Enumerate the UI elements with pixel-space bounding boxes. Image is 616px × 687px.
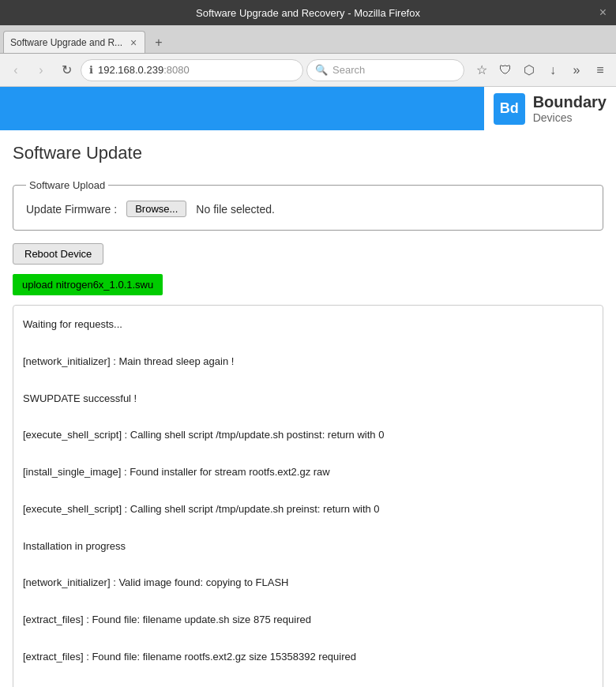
forward-button[interactable]: ›: [30, 59, 52, 81]
log-line: [23, 333, 593, 351]
page-content: Bd Boundary Devices Software Update Soft…: [0, 87, 616, 687]
upload-status: upload nitrogen6x_1.0.1.swu: [13, 274, 163, 295]
log-line: [23, 370, 593, 389]
log-line: [23, 407, 593, 426]
log-box: Waiting for requests... [network_initial…: [13, 305, 603, 687]
main-content: Software Update Software Upload Update F…: [0, 130, 616, 687]
search-box[interactable]: 🔍 Search: [306, 59, 464, 81]
log-line: Installation in progress: [23, 537, 593, 555]
download-icon[interactable]: ↓: [542, 59, 564, 81]
overflow-button[interactable]: »: [565, 59, 588, 81]
brand-bar: Bd Boundary Devices: [0, 87, 616, 130]
pocket-icon[interactable]: ⬡: [518, 59, 540, 81]
window-close-button[interactable]: ×: [599, 6, 607, 20]
log-line: [network_initializer] : Main thread slee…: [23, 352, 593, 370]
log-line: Waiting for requests...: [23, 315, 593, 333]
tab-label: Software Upgrade and R...: [10, 37, 122, 48]
brand-sub: Devices: [533, 111, 607, 125]
reboot-button[interactable]: Reboot Device: [13, 243, 103, 265]
url-text: 192.168.0.239:8080: [98, 64, 190, 76]
software-upload-fieldset: Software Upload Update Firmware : Browse…: [13, 179, 603, 231]
no-file-text: No file selected.: [196, 203, 275, 216]
log-line: [23, 555, 593, 573]
bd-icon: Bd: [494, 93, 525, 125]
log-line: [23, 482, 593, 500]
shield-icon[interactable]: 🛡: [494, 59, 516, 81]
log-line: SWUPDATE successful !: [23, 389, 593, 407]
window-title: Software Upgrade and Recovery - Mozilla …: [196, 7, 420, 19]
url-port: :8080: [163, 64, 190, 76]
firmware-label: Update Firmware :: [26, 203, 117, 216]
brand-logo: Bd Boundary Devices: [484, 87, 616, 130]
title-bar: Software Upgrade and Recovery - Mozilla …: [0, 0, 616, 25]
log-line: [23, 445, 593, 463]
log-line: [23, 592, 593, 610]
log-line: [install_single_image] : Found installer…: [23, 463, 593, 481]
brand-name: Boundary: [533, 92, 607, 111]
toolbar-icons: ☆ 🛡 ⬡ ↓ » ≡: [471, 59, 611, 81]
firmware-row: Update Firmware : Browse... No file sele…: [26, 201, 590, 217]
page-title: Software Update: [13, 143, 603, 163]
url-box[interactable]: ℹ 192.168.0.239:8080: [81, 59, 303, 81]
log-line: [network_initializer] : Valid image foun…: [23, 573, 593, 591]
new-tab-button[interactable]: +: [150, 34, 167, 51]
tab-close-button[interactable]: ×: [130, 36, 137, 49]
active-tab[interactable]: Software Upgrade and R... ×: [3, 31, 145, 53]
url-host: 192.168.0.239: [98, 64, 163, 76]
reload-button[interactable]: ↻: [55, 59, 77, 81]
log-line: [23, 629, 593, 648]
browse-button[interactable]: Browse...: [126, 201, 186, 217]
back-button[interactable]: ‹: [5, 59, 27, 81]
log-line: [execute_shell_script] : Calling shell s…: [23, 426, 593, 444]
log-line: [23, 518, 593, 536]
search-placeholder: Search: [332, 64, 365, 76]
address-bar: ‹ › ↻ ℹ 192.168.0.239:8080 🔍 Search ☆ 🛡 …: [0, 54, 616, 87]
log-line: [extract_files] : Found file: filename u…: [23, 610, 593, 629]
log-line: [extract_files] : Found file: filename r…: [23, 648, 593, 666]
brand-text: Boundary Devices: [533, 92, 607, 125]
info-icon: ℹ: [89, 64, 93, 76]
log-line: [execute_shell_script] : Calling shell s…: [23, 500, 593, 518]
bookmark-icon[interactable]: ☆: [471, 59, 493, 81]
menu-button[interactable]: ≡: [589, 59, 611, 81]
fieldset-legend: Software Upload: [26, 179, 108, 191]
tab-bar: Software Upgrade and R... × +: [0, 25, 616, 54]
log-line: [23, 666, 593, 684]
search-icon: 🔍: [315, 64, 328, 76]
